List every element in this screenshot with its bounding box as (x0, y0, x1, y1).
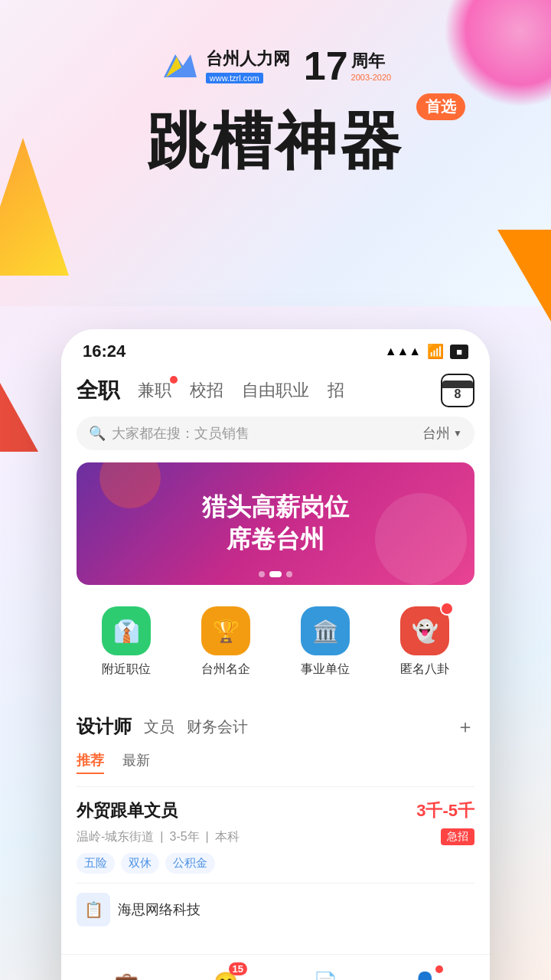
banner-deco2 (99, 462, 161, 508)
subtab-latest[interactable]: 最新 (122, 751, 150, 774)
job-separator-2: | (206, 830, 209, 844)
profile-dot (435, 965, 443, 973)
job-experience: 3-5年 (169, 829, 199, 845)
job-salary: 3千-5千 (416, 799, 474, 822)
nav-tabs: 全职 兼职 校招 自由职业 招 8 (61, 368, 490, 416)
category-public[interactable]: 🏛️ 事业单位 (301, 606, 350, 678)
nav-item-profile[interactable]: 👤 (409, 967, 440, 980)
anniversary-badge: 17 周年 2003-2020 (304, 46, 391, 86)
job-title: 外贸跟单文员 (77, 799, 178, 822)
job-listing-item[interactable]: 外贸跟单文员 3千-5千 温岭-城东街道 | 3-5年 | 本科 急招 五险 双… (77, 786, 474, 939)
banner-dot-1 (259, 571, 265, 577)
job-separator-1: | (160, 830, 163, 844)
messages-badge: 15 (229, 962, 247, 975)
phone-container: 16:24 ▲▲▲ 📶 ■ 全职 兼职 校招 (61, 329, 490, 980)
banner-text: 猎头高薪岗位 席卷台州 (202, 492, 349, 555)
banner-dots (259, 571, 292, 577)
benefit-tag-3: 公积金 (165, 853, 215, 874)
nearby-icon: 👔 (102, 606, 151, 655)
battery-icon: ■ (450, 345, 468, 359)
logo-text: 台州人力网 www.tzrl.com (206, 47, 290, 84)
job-benefits: 五险 双休 公积金 (77, 853, 474, 874)
nav-item-jobs[interactable]: 💼 (111, 967, 142, 980)
subtab-recommend[interactable]: 推荐 (77, 751, 104, 774)
phone-time: 16:24 (83, 341, 126, 361)
banner-dot-2 (269, 571, 282, 577)
deco-triangle-right (444, 230, 551, 322)
logo-cn: 台州人力网 (206, 49, 290, 68)
job-education: 本科 (215, 829, 240, 845)
tab-parttime[interactable]: 兼职 (138, 379, 171, 402)
public-icon: 🏛️ (301, 606, 350, 655)
job-section: 设计师 文员 财务会计 ＋ 推荐 最新 外贸跟单文员 3千-5千 (61, 699, 490, 954)
tab-recruit[interactable]: 招 (328, 379, 344, 402)
anniversary-num: 17 (304, 46, 348, 86)
famous-label: 台州名企 (201, 662, 250, 678)
search-bar[interactable]: 🔍 大家都在搜：文员销售 台州 ▼ (77, 416, 474, 450)
nearby-label: 附近职位 (102, 662, 151, 678)
job-add-button[interactable]: ＋ (456, 714, 474, 739)
location-chevron-icon: ▼ (453, 428, 462, 439)
company-name: 海思网络科技 (118, 900, 201, 919)
job-tag-finance[interactable]: 财务会计 (187, 717, 248, 737)
categories-section: 👔 附近职位 🏆 台州名企 🏛️ 事业单位 👻 匿名八卦 (61, 600, 490, 693)
page-container: 台州人力网 www.tzrl.com 17 周年 2003-2020 跳槽神器 … (0, 0, 551, 980)
category-famous[interactable]: 🏆 台州名企 (201, 606, 250, 678)
search-location[interactable]: 台州 ▼ (422, 424, 462, 443)
tab-fulltime[interactable]: 全职 (77, 376, 119, 405)
phone-mockup-wrapper: 16:24 ▲▲▲ 📶 ■ 全职 兼职 校招 (0, 329, 551, 980)
category-anon[interactable]: 👻 匿名八卦 (400, 606, 449, 678)
company-logo: 📋 (77, 893, 110, 926)
hero-title: 跳槽神器 (147, 107, 404, 175)
calendar-button[interactable]: 8 (441, 374, 474, 407)
job-listing-top: 外贸跟单文员 3千-5千 (77, 799, 474, 822)
public-label: 事业单位 (301, 662, 350, 678)
hero-badge: 首选 (416, 93, 465, 120)
logo-url: www.tzrl.com (206, 73, 263, 83)
bottom-nav: 💼 😊 15 📄 👤 (61, 954, 490, 980)
phone-status-icons: ▲▲▲ 📶 ■ (385, 343, 468, 360)
famous-icon: 🏆 (201, 606, 250, 655)
banner-area[interactable]: 猎头高薪岗位 席卷台州 (77, 462, 474, 585)
signal-icon: ▲▲▲ (385, 345, 422, 358)
job-section-header: 设计师 文员 财务会计 ＋ (77, 714, 474, 739)
parttime-dot (170, 376, 178, 384)
anniversary-zh-area: 周年 2003-2020 (351, 50, 392, 82)
anniversary-years: 2003-2020 (351, 73, 392, 82)
nav-item-resume[interactable]: 📄 (310, 967, 341, 980)
job-tag-designer[interactable]: 设计师 (77, 714, 132, 739)
job-location: 温岭-城东街道 (77, 829, 154, 845)
banner-dot-3 (286, 571, 292, 577)
anon-badge (440, 602, 454, 616)
anon-label: 匿名八卦 (400, 662, 449, 678)
search-placeholder-text: 大家都在搜：文员销售 (112, 424, 422, 443)
urgent-badge: 急招 (441, 828, 474, 845)
benefit-tag-2: 双休 (121, 853, 159, 874)
nav-resume-icon: 📄 (310, 967, 341, 980)
company-row: 📋 海思网络科技 (77, 883, 474, 926)
wifi-icon: 📶 (427, 343, 444, 360)
status-bar: 16:24 ▲▲▲ 📶 ■ (61, 329, 490, 368)
nav-jobs-icon: 💼 (111, 967, 142, 980)
job-meta: 温岭-城东街道 | 3-5年 | 本科 急招 (77, 828, 474, 845)
hero-title-container: 跳槽神器 首选 (147, 101, 404, 184)
brand-logo-icon (160, 51, 198, 81)
banner-deco1 (375, 493, 467, 585)
category-nearby[interactable]: 👔 附近职位 (102, 606, 151, 678)
anon-icon: 👻 (400, 606, 449, 655)
benefit-tag-1: 五险 (77, 853, 115, 874)
tab-campus[interactable]: 校招 (190, 379, 223, 402)
search-icon: 🔍 (89, 425, 106, 442)
tab-freelance[interactable]: 自由职业 (242, 379, 309, 402)
job-tag-clerk[interactable]: 文员 (144, 717, 174, 737)
job-subtabs: 推荐 最新 (77, 751, 474, 774)
logo-area: 台州人力网 www.tzrl.com 17 周年 2003-2020 (160, 46, 391, 86)
nav-item-messages[interactable]: 😊 15 (210, 967, 241, 980)
calendar-number: 8 (455, 388, 461, 400)
anniversary-zh: 周年 (351, 50, 392, 73)
